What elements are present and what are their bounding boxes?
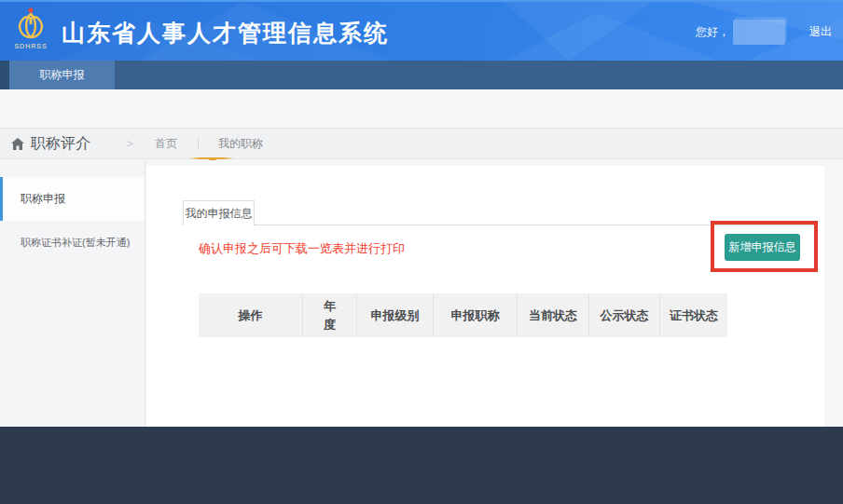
column-header-application-level: 申报级别 bbox=[357, 293, 434, 337]
username-redacted bbox=[733, 20, 785, 45]
org-logo: SDHRSS bbox=[7, 7, 54, 49]
tab-my-application-info[interactable]: 我的申报信息 bbox=[183, 200, 255, 225]
active-page-indicator bbox=[189, 157, 234, 159]
column-header-year: 年度 bbox=[303, 293, 357, 337]
greeting-text: 您好， bbox=[696, 24, 729, 40]
emblem-icon bbox=[10, 7, 51, 42]
column-header-application-title: 申报职称 bbox=[434, 293, 518, 337]
sidebar-item-title-application[interactable]: 职称申报 bbox=[0, 177, 145, 221]
sidebar: 职称申报 职称证书补证(暂未开通) bbox=[0, 160, 145, 427]
breadcrumb: 职称评介 ＞ 首页 我的职称 bbox=[0, 128, 843, 159]
main-navbar: 职称申报 bbox=[0, 61, 843, 89]
chevron-right-icon: ＞ bbox=[124, 135, 136, 152]
application-table-header: 操作 年度 申报级别 申报职称 当前状态 公示状态 证书状态 bbox=[199, 293, 727, 337]
page: SDHRSS 山东省人事人才管理信息系统 您好， 退出 职称申报 职称评介 ＞ … bbox=[0, 0, 843, 504]
breadcrumb-home-link[interactable]: 首页 bbox=[155, 136, 177, 152]
column-header-certificate-status: 证书状态 bbox=[660, 293, 727, 337]
app-header: SDHRSS 山东省人事人才管理信息系统 您好， 退出 bbox=[0, 0, 843, 61]
logo-caption: SDHRSS bbox=[7, 43, 54, 49]
nav-tab-title-application[interactable]: 职称申报 bbox=[9, 61, 115, 89]
logout-button[interactable]: 退出 bbox=[809, 24, 832, 40]
navbar-left-edge bbox=[0, 61, 9, 89]
column-header-publicity-status: 公示状态 bbox=[589, 293, 660, 337]
home-icon bbox=[11, 138, 24, 150]
notice-text: 确认申报之后可下载一览表并进行打印 bbox=[199, 240, 405, 257]
app-title: 山东省人事人才管理信息系统 bbox=[62, 18, 389, 48]
page-footer bbox=[0, 427, 843, 504]
column-header-current-status: 当前状态 bbox=[518, 293, 589, 337]
column-header-year-label: 年度 bbox=[323, 297, 338, 334]
breadcrumb-section-title: 职称评介 bbox=[31, 134, 90, 154]
add-application-button[interactable]: 新增申报信息 bbox=[725, 234, 800, 261]
breadcrumb-current-page[interactable]: 我的职称 bbox=[218, 136, 263, 152]
breadcrumb-divider bbox=[198, 138, 199, 149]
user-area: 您好， 退出 bbox=[696, 2, 832, 62]
column-header-actions: 操作 bbox=[199, 293, 303, 337]
sidebar-item-certificate-reissue[interactable]: 职称证书补证(暂未开通) bbox=[0, 221, 145, 265]
main-panel: 我的申报信息 确认申报之后可下载一览表并进行打印 新增申报信息 操作 年度 申报… bbox=[146, 166, 824, 427]
content-area: 职称申报 职称证书补证(暂未开通) 我的申报信息 确认申报之后可下载一览表并进行… bbox=[0, 160, 843, 427]
